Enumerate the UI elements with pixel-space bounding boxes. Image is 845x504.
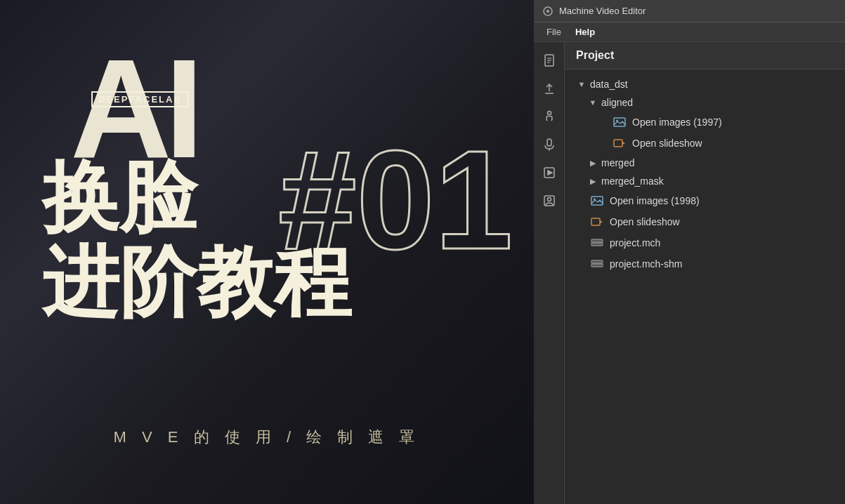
tool-play-button[interactable] [537, 160, 562, 185]
svg-rect-23 [591, 243, 603, 246]
chevron-merged-mask: ▶ [587, 175, 598, 187]
tree-item-project-mch-shm[interactable]: ▶ project.mch-shm [565, 253, 845, 274]
svg-point-7 [547, 112, 551, 115]
image-icon-1998 [590, 194, 604, 208]
tool-run-button[interactable] [537, 104, 562, 129]
svg-rect-22 [591, 239, 603, 242]
label-data-dst: data_dst [590, 79, 628, 90]
toolbar [534, 42, 565, 504]
video-thumbnail-panel: AI DEEPFACELAB 换脸 进阶教程 #01 M V E 的 使 用 /… [0, 0, 534, 504]
tree-item-aligned[interactable]: ▼ aligned [565, 93, 845, 112]
menu-file[interactable]: File [539, 25, 568, 39]
video-icon-1 [613, 136, 627, 150]
subtitle-text: M V E 的 使 用 / 绘 制 遮 罩 [0, 427, 534, 448]
chevron-data-dst: ▼ [576, 79, 587, 90]
label-project-mch: project.mch [610, 237, 660, 248]
svg-rect-20 [591, 218, 600, 225]
menu-help[interactable]: Help [568, 25, 602, 39]
tree-item-open-slideshow-2[interactable]: ▶ Open slideshow [565, 211, 845, 232]
chevron-aligned: ▼ [587, 97, 598, 108]
svg-point-13 [547, 198, 551, 201]
brand-label: DEEPFACELAB [91, 91, 189, 107]
svg-marker-11 [548, 171, 552, 175]
label-aligned: aligned [601, 97, 633, 108]
app-icon [542, 6, 553, 17]
svg-rect-16 [614, 140, 622, 147]
editor-panel: Machine Video Editor File Help [534, 0, 845, 504]
label-open-slideshow-2: Open slideshow [610, 216, 680, 227]
app-title: Machine Video Editor [559, 6, 646, 16]
tool-document-button[interactable] [537, 48, 562, 73]
file-icon-mch [590, 236, 604, 250]
menu-bar: File Help [534, 22, 845, 42]
tree-item-open-images-1998[interactable]: ▶ Open images (1998) [565, 190, 845, 211]
label-open-images-1998: Open images (1998) [610, 195, 700, 206]
panel-header: Project [565, 42, 845, 69]
label-project-mch-shm: project.mch-shm [610, 258, 682, 270]
label-open-slideshow-1: Open slideshow [632, 138, 702, 149]
file-icon-mch-shm [590, 257, 604, 271]
tool-user-button[interactable] [537, 188, 562, 213]
label-merged: merged [601, 157, 634, 168]
project-panel: Project ▼ data_dst ▼ aligned ▶ [565, 42, 845, 504]
tree-item-open-images-1997[interactable]: ▶ Open images (1997) [565, 112, 845, 133]
project-tree: ▼ data_dst ▼ aligned ▶ [565, 69, 845, 280]
main-content: Project ▼ data_dst ▼ aligned ▶ [534, 42, 845, 504]
svg-marker-17 [622, 142, 625, 145]
tree-item-merged-mask[interactable]: ▶ merged_mask [565, 172, 845, 190]
tool-upload-button[interactable] [537, 76, 562, 101]
tree-item-project-mch[interactable]: ▶ project.mch [565, 232, 845, 253]
chevron-merged: ▶ [587, 157, 598, 168]
tree-item-open-slideshow-1[interactable]: ▶ Open slideshow [565, 133, 845, 154]
video-icon-2 [590, 215, 604, 229]
title-bar: Machine Video Editor [534, 0, 845, 22]
svg-rect-24 [591, 260, 603, 263]
tool-mic-button[interactable] [537, 132, 562, 157]
svg-point-1 [546, 10, 549, 13]
svg-rect-25 [591, 264, 603, 267]
episode-number: #01 [278, 130, 513, 270]
label-merged-mask: merged_mask [601, 175, 664, 187]
svg-marker-21 [600, 220, 603, 223]
image-icon-1997 [613, 115, 627, 129]
tree-item-data-dst[interactable]: ▼ data_dst [565, 75, 845, 93]
tree-item-merged[interactable]: ▶ merged [565, 154, 845, 172]
label-open-images-1997: Open images (1997) [632, 117, 722, 128]
svg-rect-8 [547, 139, 551, 146]
